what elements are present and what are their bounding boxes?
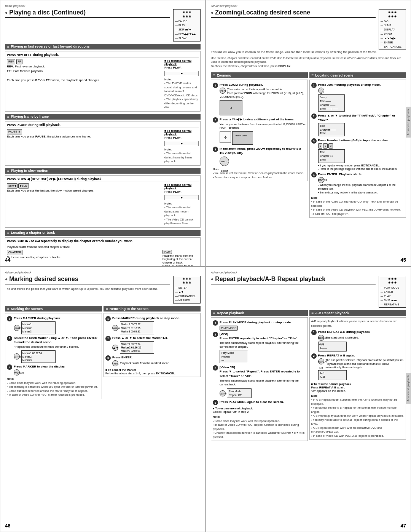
press-pause-label: Press PAUSE during still playback. xyxy=(7,123,199,128)
locate-step-2: 2 Press ▲ or ▼ to select the "Title/Trac… xyxy=(311,113,405,137)
marker-btn-r1[interactable]: MARKER xyxy=(112,325,118,331)
intro-zooming: This unit will allow you to zoom in on t… xyxy=(211,50,406,54)
marker-screen-2: Marker1 00:27:54 Marker2 Marker3 xyxy=(21,350,56,363)
play-button-diagram: ▶ xyxy=(164,71,199,76)
repeat-note: Note: • Some discs may not work with the… xyxy=(213,415,306,439)
returning-col: Returning to the scenes 1 Press MARKER d… xyxy=(104,304,201,400)
locate-step-4-content: Press ENTER. Playback starts. ENTER • Wh… xyxy=(318,172,405,195)
locate-step-2-content: Press ▲ or ▼ to select the "Title/Track"… xyxy=(318,113,405,137)
return-step-1-content: Press MARKER during playback or stop mod… xyxy=(112,316,199,334)
subsection-rev-ff: Press REV or FF during playback. REV FF … xyxy=(5,51,201,112)
repeat-step-2-content: [DVD] Press ENTER repeatedly to select "… xyxy=(220,332,306,364)
advanced-playback-sidebar-bottom: Advanced playback xyxy=(406,373,411,404)
enter-btn-locate[interactable]: ENTER xyxy=(318,177,324,183)
jump-btn[interactable]: ◯ xyxy=(318,88,324,94)
slow-fwd-button[interactable]: ▶SLW xyxy=(18,183,29,189)
vcd-repeat-screen: Play Mode Repeat Off xyxy=(227,388,252,398)
ab-resume-note: ■ To resume normal playback Press REPEAT… xyxy=(311,382,405,393)
return-step-2-content: Press ▲ or ▼ to select the Marker 1-3. ▲… xyxy=(112,336,199,354)
section-repeat-label: Repeat playback xyxy=(211,310,308,316)
marking-note: Note: • Some discs may not work with the… xyxy=(7,377,100,397)
ab-step-2-content: Press REPEAT A-B again. REPEAT A-B The e… xyxy=(318,353,405,381)
repeat-step-1-content: Press PLAY MODE during playback or stop … xyxy=(220,320,306,331)
ab-screen-1: A-B A—— xyxy=(318,342,347,351)
enter-btn-mark[interactable]: ENTER xyxy=(14,353,20,359)
ab-note: Note: • In A-B Repeat mode, subtitles ne… xyxy=(311,394,405,438)
ab-repeat-col: A-B Repeat playback A-B repeat playback … xyxy=(309,308,406,443)
return-step-num-2: 2 xyxy=(105,336,111,341)
locating-section: Locating desired scene 1 Press JUMP duri… xyxy=(309,70,406,219)
marker-btn-3[interactable]: MARKER xyxy=(14,369,20,375)
dvd-repeat-screen: Play Mode Repeat — xyxy=(220,350,248,363)
locate-step-num-1: 1 xyxy=(311,83,317,88)
input-zoom-btn2[interactable]: INPUTZOOM xyxy=(220,157,229,166)
input-zoom-btn[interactable]: INPUT ZOOM xyxy=(220,88,226,94)
updown-btn[interactable]: ▲▼ xyxy=(112,345,118,351)
return-step-num-1: 1 xyxy=(105,316,111,321)
advanced-playback-sidebar-top: Advanced playback xyxy=(406,107,411,137)
return-step-2: 2 Press ▲ or ▼ to select the Marker 1-3.… xyxy=(105,336,199,354)
title-playing-disc: Playing a disc (Continued) xyxy=(5,9,170,18)
note-rev-ff: Note: • The TV/DVD mutes sound during re… xyxy=(164,78,199,110)
repeat-step-2b-content: [Video CD] Press ▼ to select "Repeat". P… xyxy=(220,365,306,399)
section-slow-motion: Playing in slow-motion xyxy=(5,168,201,174)
page-number-47: 47 xyxy=(401,523,406,529)
repeat-steps: 1 Press PLAY MODE during playback or sto… xyxy=(211,317,308,441)
page-bottom-right: Advanced playback Repeat playback/A-B Re… xyxy=(206,266,411,532)
num-3[interactable]: 3 xyxy=(328,143,333,149)
repeat-step-2-vcd: 2 [Video CD] Press ▼ to select "Repeat".… xyxy=(213,365,306,399)
repeat-ab-btn-2[interactable]: REPEAT A-B xyxy=(318,358,324,364)
jump-screen-1: Jump Title —— Chapter —— Time ——:—— xyxy=(318,94,345,112)
locate-step-num-3: 3 xyxy=(311,138,317,144)
ff-button[interactable]: FF xyxy=(16,59,23,65)
locate-step-1-content: Press JUMP during playback or stop mode.… xyxy=(318,83,405,112)
mark-step-3: 3 Press MARKER to clear the display. MAR… xyxy=(7,364,100,375)
step-num-3: 3 xyxy=(213,147,218,152)
zoom-step-3-content: In the zoom mode, press ZOOM repeatedly … xyxy=(220,147,306,166)
remote-diagram-bottom-left: ◉ ◉ ◉◉ ◉ ◉ — ENTER — ▲▼ — EXIT/CANCEL — … xyxy=(173,276,201,304)
title-marking-scenes: Marking desired scenes xyxy=(5,276,170,284)
page-number-44: 44 xyxy=(5,257,10,263)
zoom-frame-screen: frame view xyxy=(232,131,253,145)
marker-btn-1[interactable]: MARKER xyxy=(14,325,20,331)
enter-btn-repeat[interactable]: ENTER xyxy=(220,390,226,396)
subsection-skip: Press SKIP ⏮◀ or ▶⏭ repeatedly to displa… xyxy=(5,237,201,266)
section-ab-repeat-label: A-B Repeat playback xyxy=(309,310,406,316)
pause-button[interactable]: PAUSE ⏸ xyxy=(7,129,22,135)
mark-step-1-content: Press MARKER during playback. MARKER Mar… xyxy=(14,316,100,334)
remote-diagram-top-left: ◉ ◉ ◉◉ ◉ ◉ — PAUSE — PLAY — SKIP ⏮/⏭ — R… xyxy=(173,9,201,42)
header-advanced-bottom-left: Advanced playback xyxy=(5,271,201,274)
section-fast-reverse: Playing in fast reverse or fast forward … xyxy=(5,44,201,50)
mark-step-3-content: Press MARKER to clear the display. MARKE… xyxy=(14,364,100,375)
num-2[interactable]: 2 xyxy=(323,143,328,149)
section-zooming-label: Zooming xyxy=(211,72,308,78)
zoom-step-3: 3 In the zoom mode, press ZOOM repeatedl… xyxy=(213,147,306,166)
locate-note: Note: • In case of the Audio CD and Vide… xyxy=(311,196,405,216)
locate-step-4: 4 Press ENTER. Playback starts. ENTER • … xyxy=(311,172,405,195)
num-1[interactable]: 1 xyxy=(318,143,323,149)
repeat-step-2-dvd: 2 [DVD] Press ENTER repeatedly to select… xyxy=(213,332,306,364)
page-top-left: Basic playback Playing a disc (Continued… xyxy=(0,0,206,266)
direction-pad[interactable]: ✛ xyxy=(220,131,231,143)
slow-rev-button[interactable]: SLW◀ xyxy=(7,183,18,189)
return-step-num-3: 3 xyxy=(105,355,111,361)
locate-step-1: 1 Press JUMP during playback or stop mod… xyxy=(311,83,405,112)
section-locating-label: Locating desired scene xyxy=(309,72,406,78)
mark-step-2-content: Select the blank Marker using ▲ or ▼. Th… xyxy=(14,336,100,363)
rev-button[interactable]: REV xyxy=(7,59,15,65)
chapter-display: CHAPTER xyxy=(7,250,22,256)
marking-col: Marking the scenes 1 Press MARKER during… xyxy=(5,304,102,400)
repeat-resume-note: ■ To resume normal playback Select Repea… xyxy=(213,407,306,414)
page-number-46: 46 xyxy=(5,523,10,529)
locate-steps: 1 Press JUMP during playback or stop mod… xyxy=(309,80,406,218)
enter-btn-return[interactable]: ENTER xyxy=(112,360,118,366)
note-slow: Note: • The sound is muted during slow-m… xyxy=(164,202,199,226)
mark-step-2: 2 Select the blank Marker using ▲ or ▼. … xyxy=(7,336,100,363)
ab-repeat-steps: A-B repeat playback allows you to repeat… xyxy=(309,317,406,440)
header-advanced-bottom-right: Advanced playback xyxy=(211,271,406,274)
remote-diagram-bottom-right: ◉ ◉ ◉◉ ◉ ◉ — PLAY MODE — ENTER — PLAY — … xyxy=(379,276,406,308)
subsection-slow: Press SLOW ◀ (REVERSE) or ▶ (FORWARD) du… xyxy=(5,175,201,228)
play-mode-btn[interactable]: PLAY MODE xyxy=(220,326,238,331)
return-step-1: 1 Press MARKER during playback or stop m… xyxy=(105,316,199,334)
repeat-ab-btn-1[interactable]: REPEAT A-B xyxy=(318,335,324,341)
